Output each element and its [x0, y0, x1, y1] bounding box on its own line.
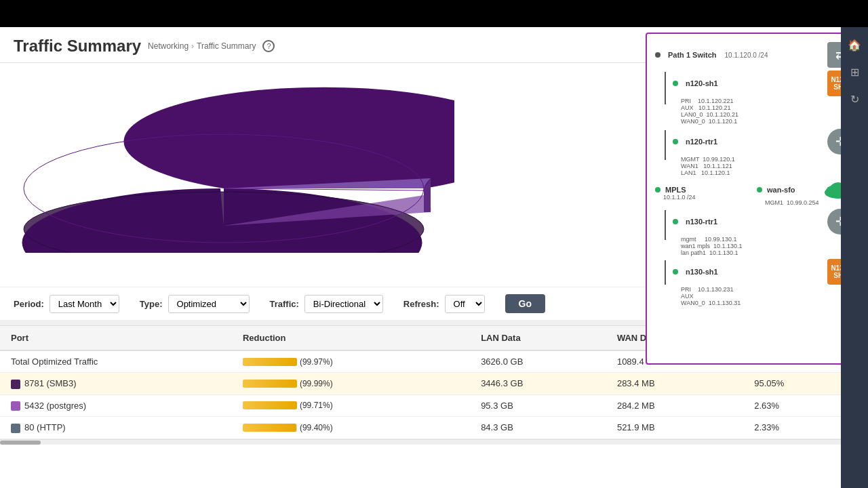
pie-chart-svg: [14, 70, 454, 253]
reduction-bar-container: (99.71%): [243, 401, 459, 410]
topo-node-switch: Path 1 Switch 10.1.120.0 /24 ⇄: [655, 42, 853, 68]
port-color-indicator: [11, 401, 20, 411]
n130rtr1-section: n130-rtr1 ✛ mgmt 10.99.130.1 wan1 mpls 1…: [673, 209, 853, 256]
page-title: Traffic Summary: [14, 37, 141, 56]
period-select[interactable]: Last Month Last Hour Last Day Last Week …: [50, 295, 119, 313]
grid-icon[interactable]: ⊞: [844, 61, 865, 83]
refresh-label: Refresh:: [403, 299, 439, 309]
n130sh1-node: n130-sh1 N130-SH1: [673, 259, 853, 285]
topology-panel: Path 1 Switch 10.1.120.0 /24 ⇄ n120-sh1 …: [646, 33, 863, 365]
n120rtr1-node: n120-rtr1 ✛: [673, 129, 853, 155]
reduction-bar-fill: [243, 380, 297, 388]
n120sh1-section: n120-sh1 N120-SH1 PRI 10.1.120.221 AUX 1…: [673, 70, 853, 125]
wansfo-status: [757, 187, 762, 192]
cell-reduction: (99.99%): [232, 373, 470, 395]
n130sh1-status: [673, 269, 678, 274]
home-icon[interactable]: 🏠: [844, 34, 865, 56]
reduction-bar: [243, 358, 297, 366]
connector-line2: [665, 130, 666, 160]
scrollbar[interactable]: [0, 439, 868, 445]
reduction-bar-fill: [243, 424, 297, 432]
cell-lan-data: 84.3 GB: [470, 417, 606, 439]
reduction-pct-text: (99.97%): [300, 357, 333, 367]
port-color-indicator: [11, 380, 20, 389]
n130rtr1-ips: mgmt 10.99.130.1 wan1 mpls 10.1.130.1 la…: [673, 236, 853, 256]
col-port: Port: [0, 326, 232, 350]
mpls-node: MPLS: [655, 186, 743, 194]
n120rtr1-label: n120-rtr1: [686, 138, 717, 146]
reduction-bar: [243, 401, 297, 409]
traffic-control: Traffic: Bi-Directional LAN to WAN WAN t…: [270, 295, 383, 313]
wansfo-section: wan-sfo MGM1 10.99.0.254: [757, 180, 853, 206]
reduction-bar-container: (99.40%): [243, 423, 459, 432]
connector-line3: [665, 210, 666, 240]
n120sh1-label: n120-sh1: [686, 79, 718, 87]
reduction-bar: [243, 380, 297, 388]
port-name: 5432 (postgres): [24, 401, 86, 411]
type-label: Type:: [140, 299, 163, 309]
breadcrumb-separator: ›: [191, 41, 194, 51]
n120sh1-ips: PRI 10.1.120.221 AUX 10.1.120.21 LAN0_0 …: [673, 98, 853, 125]
breadcrumb-current: Traffic Summary: [197, 41, 256, 51]
cell-lan-data: 95.3 GB: [470, 394, 606, 417]
period-control: Period: Last Month Last Hour Last Day La…: [14, 295, 119, 313]
go-button[interactable]: Go: [505, 294, 545, 313]
n120sh1-node: n120-sh1 N120-SH1: [673, 70, 853, 96]
reduction-pct-text: (99.99%): [300, 379, 333, 388]
n130rtr1-status: [673, 219, 678, 224]
table-row: 80 (HTTP)(99.40%)84.3 GB521.9 MB2.33%: [0, 417, 868, 439]
reduction-bar-fill: [243, 358, 297, 366]
wansfo-ip: MGM1 10.99.0.254: [757, 199, 853, 206]
top-bar: [0, 0, 868, 27]
refresh-select[interactable]: Off 30s 1m 5m: [445, 295, 485, 313]
topo-row-n130sh1: n130-sh1 N130-SH1 PRI 10.1.130.231 AUX W…: [655, 259, 853, 306]
right-sidebar: 🏠 ⊞ ↻: [841, 27, 868, 488]
switch-ip: 10.1.120.0 /24: [725, 52, 768, 59]
cell-port: 5432 (postgres): [0, 394, 232, 417]
refresh-icon[interactable]: ↻: [844, 88, 865, 110]
refresh-control: Refresh: Off 30s 1m 5m: [403, 295, 485, 313]
reduction-pct-text: (99.40%): [300, 423, 333, 432]
traffic-label: Traffic:: [270, 299, 299, 309]
type-control: Type: Optimized All Pass-Through: [140, 295, 250, 313]
col-lan: LAN Data: [470, 326, 606, 350]
cell-wan-data: 284.2 MB: [606, 394, 743, 417]
port-name: 8781 (SMB3): [24, 378, 77, 388]
topo-row-n120sh1: n120-sh1 N120-SH1 PRI 10.1.120.221 AUX 1…: [655, 70, 853, 125]
cell-lan-data: 3446.3 GB: [470, 373, 606, 395]
connector-line4: [665, 260, 666, 285]
n130rtr1-label: n130-rtr1: [686, 218, 717, 226]
port-name: 80 (HTTP): [24, 422, 66, 432]
period-label: Period:: [14, 299, 44, 309]
traffic-select[interactable]: Bi-Directional LAN to WAN WAN to LAN: [304, 295, 383, 313]
n120rtr1-section: n120-rtr1 ✛ MGMT 10.99.120.1 WAN1 10.1.1…: [673, 129, 853, 176]
mpls-section: MPLS 10.1.1.0 /24: [655, 186, 743, 201]
n130sh1-label: n130-sh1: [686, 268, 718, 276]
topo-row-n130rtr1: n130-rtr1 ✛ mgmt 10.99.130.1 wan1 mpls 1…: [655, 209, 853, 256]
cell-reduction: (99.97%): [232, 350, 470, 373]
type-select[interactable]: Optimized All Pass-Through: [168, 295, 250, 313]
help-icon[interactable]: ?: [262, 40, 275, 52]
topo-row-n120rtr1: n120-rtr1 ✛ MGMT 10.99.120.1 WAN1 10.1.1…: [655, 129, 853, 176]
reduction-bar-fill: [243, 401, 297, 409]
topo-row-mpls-wansfo: MPLS 10.1.1.0 /24 wan-sfo: [655, 180, 853, 206]
cell-lan-data: 3626.0 GB: [470, 350, 606, 373]
reduction-bar-container: (99.97%): [243, 357, 459, 367]
cell-wan-data: 521.9 MB: [606, 417, 743, 439]
topology-content: Path 1 Switch 10.1.120.0 /24 ⇄ n120-sh1 …: [647, 34, 861, 363]
cell-port: Total Optimized Traffic: [0, 350, 232, 373]
n120rtr1-status: [673, 139, 678, 144]
cell-reduction: (99.71%): [232, 394, 470, 417]
table-row: 5432 (postgres)(99.71%)95.3 GB284.2 MB2.…: [0, 394, 868, 417]
col-reduction: Reduction: [232, 326, 470, 350]
breadcrumb: Networking › Traffic Summary: [148, 41, 256, 51]
n130rtr1-node: n130-rtr1 ✛: [673, 209, 853, 235]
cell-port: 80 (HTTP): [0, 417, 232, 439]
wansfo-node: wan-sfo: [757, 180, 853, 199]
reduction-bar-container: (99.99%): [243, 379, 459, 388]
n130sh1-section: n130-sh1 N130-SH1 PRI 10.1.130.231 AUX W…: [673, 259, 853, 306]
wansfo-label: wan-sfo: [767, 186, 795, 194]
breadcrumb-parent: Networking: [148, 41, 189, 51]
scrollbar-thumb[interactable]: [0, 441, 41, 445]
cell-port: 8781 (SMB3): [0, 373, 232, 395]
